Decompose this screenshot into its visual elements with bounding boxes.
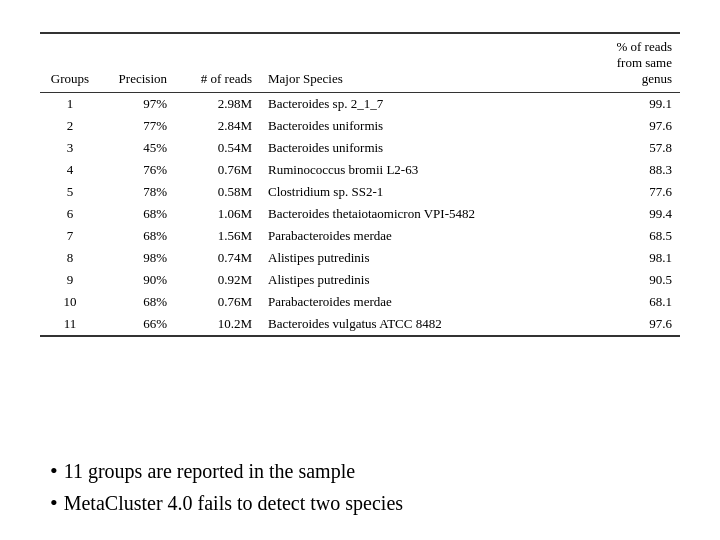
table-row: 476%0.76MRuminococcus bromii L2-6388.3 bbox=[40, 159, 680, 181]
col-precision: Precision bbox=[100, 33, 175, 93]
cell-groups: 4 bbox=[40, 159, 100, 181]
table-row: 277%2.84MBacteroides uniformis97.6 bbox=[40, 115, 680, 137]
cell-pct-reads: 97.6 bbox=[580, 115, 680, 137]
table-footer-row bbox=[40, 336, 680, 340]
cell-num-reads: 10.2M bbox=[175, 313, 260, 336]
col-num-reads: # of reads bbox=[175, 33, 260, 93]
cell-precision: 68% bbox=[100, 225, 175, 247]
page: Groups Precision # of reads Major Specie… bbox=[0, 0, 720, 540]
cell-num-reads: 1.06M bbox=[175, 203, 260, 225]
cell-major-species: Alistipes putredinis bbox=[260, 269, 580, 291]
table-row: 578%0.58MClostridium sp. SS2-177.6 bbox=[40, 181, 680, 203]
cell-precision: 97% bbox=[100, 93, 175, 116]
cell-major-species: Bacteroides uniformis bbox=[260, 137, 580, 159]
bullet-dot: • bbox=[50, 492, 58, 514]
cell-groups: 6 bbox=[40, 203, 100, 225]
cell-groups: 2 bbox=[40, 115, 100, 137]
table-row: 768%1.56MParabacteroides merdae68.5 bbox=[40, 225, 680, 247]
bullet-dot: • bbox=[50, 460, 58, 482]
cell-num-reads: 0.76M bbox=[175, 291, 260, 313]
bullet-text: 11 groups are reported in the sample bbox=[64, 456, 355, 486]
cell-num-reads: 2.98M bbox=[175, 93, 260, 116]
table-row: 990%0.92MAlistipes putredinis90.5 bbox=[40, 269, 680, 291]
cell-precision: 90% bbox=[100, 269, 175, 291]
cell-groups: 8 bbox=[40, 247, 100, 269]
cell-groups: 11 bbox=[40, 313, 100, 336]
cell-groups: 5 bbox=[40, 181, 100, 203]
col-groups: Groups bbox=[40, 33, 100, 93]
col-pct-reads: % of reads from same genus bbox=[580, 33, 680, 93]
cell-precision: 66% bbox=[100, 313, 175, 336]
cell-pct-reads: 68.5 bbox=[580, 225, 680, 247]
cell-major-species: Clostridium sp. SS2-1 bbox=[260, 181, 580, 203]
cell-precision: 45% bbox=[100, 137, 175, 159]
cell-pct-reads: 97.6 bbox=[580, 313, 680, 336]
table-row: 1166%10.2MBacteroides vulgatus ATCC 8482… bbox=[40, 313, 680, 336]
cell-groups: 9 bbox=[40, 269, 100, 291]
cell-pct-reads: 98.1 bbox=[580, 247, 680, 269]
table-row: 345%0.54MBacteroides uniformis57.8 bbox=[40, 137, 680, 159]
cell-precision: 68% bbox=[100, 291, 175, 313]
table-body: 197%2.98MBacteroides sp. 2_1_799.1277%2.… bbox=[40, 93, 680, 337]
bullet-text: MetaCluster 4.0 fails to detect two spec… bbox=[64, 488, 403, 518]
results-table: Groups Precision # of reads Major Specie… bbox=[40, 32, 680, 340]
table-row: 668%1.06MBacteroides thetaiotaomicron VP… bbox=[40, 203, 680, 225]
cell-num-reads: 2.84M bbox=[175, 115, 260, 137]
cell-num-reads: 0.74M bbox=[175, 247, 260, 269]
table-row: 898%0.74MAlistipes putredinis98.1 bbox=[40, 247, 680, 269]
cell-pct-reads: 88.3 bbox=[580, 159, 680, 181]
cell-groups: 10 bbox=[40, 291, 100, 313]
results-table-wrap: Groups Precision # of reads Major Specie… bbox=[40, 32, 680, 442]
cell-major-species: Parabacteroides merdae bbox=[260, 225, 580, 247]
cell-pct-reads: 68.1 bbox=[580, 291, 680, 313]
cell-major-species: Alistipes putredinis bbox=[260, 247, 580, 269]
table-row: 197%2.98MBacteroides sp. 2_1_799.1 bbox=[40, 93, 680, 116]
cell-major-species: Ruminococcus bromii L2-63 bbox=[260, 159, 580, 181]
bullet-item: •MetaCluster 4.0 fails to detect two spe… bbox=[50, 488, 680, 518]
cell-pct-reads: 99.1 bbox=[580, 93, 680, 116]
cell-groups: 7 bbox=[40, 225, 100, 247]
cell-major-species: Bacteroides sp. 2_1_7 bbox=[260, 93, 580, 116]
cell-precision: 78% bbox=[100, 181, 175, 203]
cell-groups: 1 bbox=[40, 93, 100, 116]
cell-num-reads: 0.58M bbox=[175, 181, 260, 203]
cell-num-reads: 0.76M bbox=[175, 159, 260, 181]
cell-pct-reads: 77.6 bbox=[580, 181, 680, 203]
cell-major-species: Bacteroides thetaiotaomicron VPI-5482 bbox=[260, 203, 580, 225]
cell-precision: 76% bbox=[100, 159, 175, 181]
bullet-points: •11 groups are reported in the sample•Me… bbox=[40, 456, 680, 520]
cell-precision: 77% bbox=[100, 115, 175, 137]
cell-major-species: Parabacteroides merdae bbox=[260, 291, 580, 313]
cell-precision: 98% bbox=[100, 247, 175, 269]
table-header-row: Groups Precision # of reads Major Specie… bbox=[40, 33, 680, 93]
cell-pct-reads: 90.5 bbox=[580, 269, 680, 291]
cell-num-reads: 1.56M bbox=[175, 225, 260, 247]
cell-groups: 3 bbox=[40, 137, 100, 159]
table-row: 1068%0.76MParabacteroides merdae68.1 bbox=[40, 291, 680, 313]
cell-num-reads: 0.54M bbox=[175, 137, 260, 159]
col-major-species: Major Species bbox=[260, 33, 580, 93]
cell-major-species: Bacteroides uniformis bbox=[260, 115, 580, 137]
cell-pct-reads: 57.8 bbox=[580, 137, 680, 159]
cell-num-reads: 0.92M bbox=[175, 269, 260, 291]
cell-pct-reads: 99.4 bbox=[580, 203, 680, 225]
cell-major-species: Bacteroides vulgatus ATCC 8482 bbox=[260, 313, 580, 336]
bullet-item: •11 groups are reported in the sample bbox=[50, 456, 680, 486]
cell-precision: 68% bbox=[100, 203, 175, 225]
